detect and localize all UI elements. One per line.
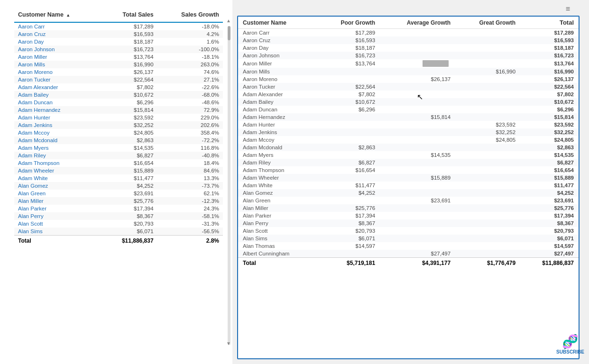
table-cell: $25,776 <box>318 204 380 212</box>
right-col-customer[interactable]: Customer Name <box>238 17 318 29</box>
table-cell: $18,187 <box>101 38 157 46</box>
table-cell[interactable]: Alan Perry <box>14 212 101 220</box>
table-cell[interactable]: Alan Thomas <box>238 242 318 250</box>
table-cell[interactable]: Adam Myers <box>238 151 318 159</box>
table-cell[interactable]: Alan Gomez <box>14 182 101 190</box>
scroll-up-arrow[interactable]: ▲ <box>226 18 231 23</box>
table-cell[interactable]: Adam Hunter <box>14 114 101 121</box>
table-cell[interactable]: Aaron Miller <box>238 59 318 68</box>
table-cell[interactable]: Aaron Mills <box>238 68 318 75</box>
table-cell[interactable]: Aaron Carr <box>14 22 101 30</box>
table-cell <box>455 212 520 219</box>
col-customer-name[interactable]: Customer Name ▲ <box>14 9 101 22</box>
table-row: Adam Jenkins$32,252202.6% <box>14 121 223 129</box>
table-cell <box>380 227 455 235</box>
table-cell[interactable]: Adam Riley <box>14 152 101 159</box>
table-cell[interactable]: Alan Sims <box>238 235 318 242</box>
hamburger-icon[interactable]: ≡ <box>566 5 570 13</box>
table-cell[interactable]: Adam Wheeler <box>238 174 318 182</box>
right-col-avg[interactable]: Average Growth <box>380 17 455 29</box>
table-cell[interactable]: Aaron Johnson <box>238 52 318 59</box>
table-cell: $16,593 <box>520 36 579 44</box>
table-cell: -68.0% <box>157 91 223 99</box>
table-cell[interactable]: Aaron Day <box>14 38 101 46</box>
table-cell[interactable]: Alan Scott <box>238 227 318 235</box>
table-cell <box>318 250 380 258</box>
table-cell[interactable]: Adam Bailey <box>14 91 101 99</box>
table-cell <box>455 159 520 166</box>
table-cell[interactable]: Alan Scott <box>14 220 101 228</box>
table-cell: $23,592 <box>520 121 579 128</box>
table-cell[interactable]: Alan Miller <box>14 197 101 205</box>
table-cell[interactable]: Alan Miller <box>238 204 318 212</box>
table-cell[interactable]: Adam Bailey <box>238 98 318 106</box>
table-cell[interactable]: Adam Hernandez <box>238 113 318 121</box>
table-cell[interactable]: Adam Mcdonald <box>238 144 318 151</box>
col-total-sales[interactable]: Total Sales <box>101 9 157 22</box>
table-cell[interactable]: Adam Duncan <box>14 99 101 106</box>
table-cell <box>380 219 455 227</box>
table-cell[interactable]: Albert Cunningham <box>238 250 318 258</box>
table-cell[interactable]: Alan Parker <box>14 205 101 212</box>
table-cell: $15,814 <box>101 106 157 114</box>
table-cell[interactable]: Adam White <box>14 174 101 182</box>
table-cell: $17,289 <box>520 29 579 37</box>
table-cell[interactable]: Adam Thompson <box>14 159 101 167</box>
right-col-total[interactable]: Total <box>520 17 579 29</box>
table-cell[interactable]: Adam Alexander <box>238 91 318 98</box>
table-cell[interactable]: Adam Thompson <box>238 166 318 174</box>
table-cell <box>318 136 380 144</box>
table-cell[interactable]: Adam Jenkins <box>238 128 318 136</box>
scroll-down-arrow[interactable]: ▼ <box>226 341 231 346</box>
table-row: Adam Wheeler$15,889$15,889 <box>238 174 579 182</box>
table-cell <box>380 52 455 59</box>
table-cell <box>455 144 520 151</box>
table-cell[interactable]: Adam Riley <box>238 159 318 166</box>
subscribe-badge[interactable]: 🧬 SUBSCRIBE <box>556 334 584 355</box>
table-cell[interactable]: Adam Alexander <box>14 83 101 91</box>
table-cell[interactable]: Adam Mccoy <box>238 136 318 144</box>
table-cell[interactable]: Adam Myers <box>14 144 101 152</box>
table-cell[interactable]: Adam White <box>238 182 318 189</box>
table-cell[interactable]: Aaron Moreno <box>14 68 101 76</box>
table-cell[interactable]: Adam Duncan <box>238 106 318 113</box>
table-cell[interactable]: Alan Green <box>14 190 101 197</box>
right-panel-header: ≡ <box>237 5 580 13</box>
table-cell[interactable]: Adam Jenkins <box>14 121 101 129</box>
table-cell[interactable]: Aaron Mills <box>14 61 101 68</box>
col-sales-growth[interactable]: Sales Growth <box>157 9 223 22</box>
table-cell[interactable]: Aaron Johnson <box>14 46 101 53</box>
right-col-poor[interactable]: Poor Growth <box>318 17 380 29</box>
table-cell[interactable]: Aaron Tucker <box>238 83 318 91</box>
table-cell[interactable]: Alan Perry <box>238 219 318 227</box>
table-cell[interactable]: Aaron Day <box>238 44 318 52</box>
table-cell: $7,802 <box>101 83 157 91</box>
table-cell: $14,535 <box>520 151 579 159</box>
table-cell: $6,296 <box>318 106 380 113</box>
table-cell[interactable]: Aaron Moreno <box>238 75 318 83</box>
table-cell[interactable]: Alan Parker <box>238 212 318 219</box>
table-cell[interactable]: Adam Hernandez <box>14 106 101 114</box>
table-cell[interactable]: Aaron Miller <box>14 53 101 61</box>
table-cell[interactable]: Adam Mcdonald <box>14 136 101 144</box>
table-cell: $18,187 <box>520 44 579 52</box>
table-row: Aaron Carr$17,289$17,289 <box>238 29 579 37</box>
table-cell[interactable]: Aaron Cruz <box>14 30 101 38</box>
table-cell: $7,802 <box>318 91 380 98</box>
table-cell[interactable]: Alan Sims <box>14 228 101 236</box>
table-row: Aaron Day$18,1871.6% <box>14 38 223 46</box>
table-cell[interactable]: Aaron Tucker <box>14 76 101 83</box>
table-cell[interactable]: Adam Hunter <box>238 121 318 128</box>
scroll-thumb[interactable] <box>228 26 230 40</box>
table-row: Alan Green$23,69162.1% <box>14 190 223 197</box>
right-col-great[interactable]: Great Growth <box>455 17 520 29</box>
table-cell <box>455 75 520 83</box>
table-cell[interactable]: Aaron Cruz <box>238 36 318 44</box>
table-cell[interactable]: Aaron Carr <box>238 29 318 37</box>
table-cell[interactable]: Alan Gomez <box>238 189 318 197</box>
table-cell[interactable]: Adam Mccoy <box>14 129 101 136</box>
table-cell[interactable]: Alan Green <box>238 197 318 204</box>
table-cell: $7,802 <box>520 91 579 98</box>
table-cell[interactable]: Adam Wheeler <box>14 167 101 174</box>
scrollbar[interactable] <box>228 26 230 345</box>
